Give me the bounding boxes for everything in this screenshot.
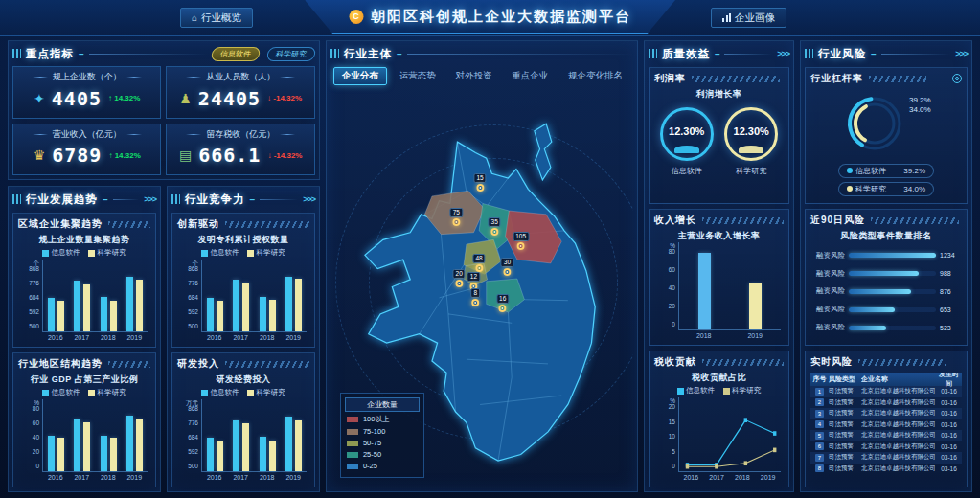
risk-bar bbox=[849, 253, 936, 258]
table-row[interactable]: 7司法预警北京启迪卓越科技有限公司03-16 bbox=[810, 452, 962, 464]
nav-enterprise-portrait[interactable]: 企业画像 bbox=[711, 8, 786, 28]
dash-decoration: – bbox=[715, 49, 720, 59]
legend-item: 信息软件 bbox=[42, 248, 80, 258]
line-decoration bbox=[724, 54, 772, 55]
marker-pin-icon bbox=[452, 218, 460, 226]
metric-value: 666.1 bbox=[198, 144, 261, 167]
metric-delta: ↑ 14.32% bbox=[108, 94, 140, 102]
metric-card: 营业收入（亿元）♛6789↑ 14.32% bbox=[12, 124, 161, 176]
risk-bar-value: 653 bbox=[940, 306, 962, 313]
legend-label: 信息软件 bbox=[51, 248, 80, 258]
map-marker[interactable]: 48 bbox=[472, 254, 485, 272]
map-marker[interactable]: 35 bbox=[489, 217, 501, 236]
bar bbox=[136, 419, 143, 471]
bar bbox=[233, 280, 239, 331]
table-row[interactable]: 6司法预警北京启迪卓越科技有限公司03-16 bbox=[810, 441, 962, 453]
legend-item: 信息软件 bbox=[42, 388, 80, 397]
legend-item: 信息软件 bbox=[201, 248, 239, 258]
expand-arrows-icon[interactable]: >>> bbox=[303, 194, 315, 204]
tab-对外投资[interactable]: 对外投资 bbox=[447, 68, 499, 84]
tab-重点企业[interactable]: 重点企业 bbox=[504, 68, 556, 84]
table-row[interactable]: 1司法预警北京启迪卓越科技有限公司03-16 bbox=[810, 386, 962, 397]
patent-grant-chart: 发明专利累计授权数量信息软件科学研究个868776684592500201620… bbox=[177, 231, 309, 343]
legend-swatch bbox=[247, 390, 254, 396]
enterprise-agglomeration-chart: 规上企业数量集聚趋势信息软件科学研究个868776684592500201620… bbox=[18, 231, 150, 343]
tab-规企变化排名[interactable]: 规企变化排名 bbox=[560, 68, 630, 84]
legend-label: 信息软件 bbox=[210, 248, 239, 258]
leverage-donut-chart: 39.2% 34.0% bbox=[829, 85, 944, 158]
legend-label: 科学研究 bbox=[256, 388, 285, 397]
map-marker[interactable]: 20 bbox=[453, 269, 466, 287]
bar bbox=[295, 420, 302, 471]
x-tick: 2016 bbox=[678, 474, 704, 481]
map-marker[interactable]: 105 bbox=[513, 232, 529, 250]
gauge-value: 12.30% bbox=[669, 125, 704, 137]
occur-time-cell: 03-16 bbox=[936, 421, 962, 428]
map-marker[interactable]: 30 bbox=[501, 258, 513, 276]
risk-type-cell: 司法预警 bbox=[829, 420, 861, 429]
y-tick: 60 bbox=[33, 419, 39, 426]
y-tick: 776 bbox=[188, 280, 198, 286]
map-legend-item: 25-50 bbox=[347, 450, 418, 459]
bar bbox=[136, 280, 143, 331]
map-marker[interactable]: 75 bbox=[450, 208, 463, 226]
table-row[interactable]: 5司法预警北京启迪卓越科技有限公司03-16 bbox=[810, 430, 962, 441]
map-marker[interactable]: 16 bbox=[496, 294, 509, 312]
map-marker[interactable]: 15 bbox=[473, 173, 486, 192]
chart-plot: 个8687766845925002016201720182019 bbox=[18, 260, 150, 343]
table-row[interactable]: 4司法预警北京启迪卓越科技有限公司03-16 bbox=[810, 419, 962, 431]
chart-legend: 信息软件科学研究 bbox=[18, 248, 150, 258]
map-legend-rows: 100以上75-10050-7525-500-25 bbox=[345, 415, 420, 470]
table-row[interactable]: 3司法预警北京启迪卓越科技有限公司03-16 bbox=[810, 408, 962, 419]
income-growth-card: 收入增长 主营业务收入增长率%80604020020182019 bbox=[649, 209, 789, 346]
hatch-decoration bbox=[225, 221, 309, 228]
expand-arrows-icon[interactable]: >>> bbox=[955, 49, 968, 58]
expand-arrows-icon[interactable]: >>> bbox=[777, 49, 789, 58]
subcard-title: 行业杠杆率 bbox=[810, 72, 863, 85]
legend-swatch bbox=[42, 390, 49, 396]
platform-title-banner: C 朝阳区科创规上企业大数据监测平台 bbox=[305, 0, 675, 34]
expand-arrows-icon[interactable]: >>> bbox=[144, 194, 156, 204]
industry-body-panel: 行业主体 – 企业分布运营态势对外投资重点企业规企变化排名 bbox=[326, 40, 638, 492]
x-tick: 2019 bbox=[280, 334, 307, 341]
risk-bar bbox=[849, 307, 895, 312]
metric-cards-grid: 规上企业数（个）✦4405↑ 14.32%从业人员数（人）♟24405↓ -14… bbox=[12, 66, 315, 175]
quality-benefit-panel: 质量效益 – >>> 利润率 利润增长率 12.30%信息软件12.30%科学研… bbox=[644, 40, 794, 492]
bar bbox=[101, 436, 107, 472]
metric-delta: ↓ -14.32% bbox=[267, 94, 302, 102]
profit-rate-card: 利润率 利润增长率 12.30%信息软件12.30%科学研究 bbox=[649, 67, 789, 204]
legend-item: 科学研究 bbox=[88, 248, 125, 258]
nav-industry-overview[interactable]: ⌂ 行业概览 bbox=[180, 8, 253, 28]
toggle-science-research[interactable]: 科学研究 bbox=[266, 47, 317, 61]
plot-area: 2016201720182019 bbox=[678, 397, 781, 483]
bar bbox=[83, 422, 90, 471]
table-row[interactable]: 8司法预警北京启迪卓越科技有限公司03-16 bbox=[810, 464, 962, 475]
subcard-title: 实时风险 bbox=[810, 355, 853, 369]
leverage-legend-value: 39.2% bbox=[903, 167, 925, 175]
tab-运营态势[interactable]: 运营态势 bbox=[392, 68, 444, 84]
target-icon[interactable] bbox=[952, 74, 962, 83]
map-marker[interactable]: 8 bbox=[470, 288, 480, 306]
legend-swatch bbox=[42, 250, 49, 257]
bar bbox=[207, 298, 214, 331]
legend-label: 信息软件 bbox=[51, 388, 80, 397]
tab-企业分布[interactable]: 企业分布 bbox=[333, 67, 387, 85]
risk-column: 行业风险 – >>> 行业杠杆率 39.2% bbox=[800, 40, 972, 492]
x-tick: 2019 bbox=[122, 334, 148, 341]
table-row[interactable]: 2司法预警北京启迪卓越科技有限公司03-16 bbox=[810, 397, 962, 409]
row-number-badge: 7 bbox=[815, 454, 824, 462]
panel-bars-icon bbox=[171, 194, 180, 204]
chart-title: 风险类型事件数量排名 bbox=[810, 230, 962, 242]
plot-area: 2016201720182019 bbox=[201, 260, 307, 343]
people-icon: ♟ bbox=[179, 92, 192, 105]
bar bbox=[285, 277, 292, 331]
competitiveness-header: 行业竞争力 – >>> bbox=[171, 191, 315, 208]
legend-swatch bbox=[201, 390, 208, 396]
toggle-info-software[interactable]: 信息软件 bbox=[211, 47, 262, 61]
hatch-decoration bbox=[108, 361, 150, 368]
leverage-legend: 信息软件39.2%科学研究34.0% bbox=[838, 160, 934, 196]
risk-ranking-bars: 融资风险1234融资风险988融资风险876融资风险653融资风险523 bbox=[810, 242, 962, 341]
subcard-header: 研发投入 bbox=[177, 357, 309, 371]
bar bbox=[207, 438, 214, 471]
legend-item: 科学研究 bbox=[723, 386, 761, 396]
